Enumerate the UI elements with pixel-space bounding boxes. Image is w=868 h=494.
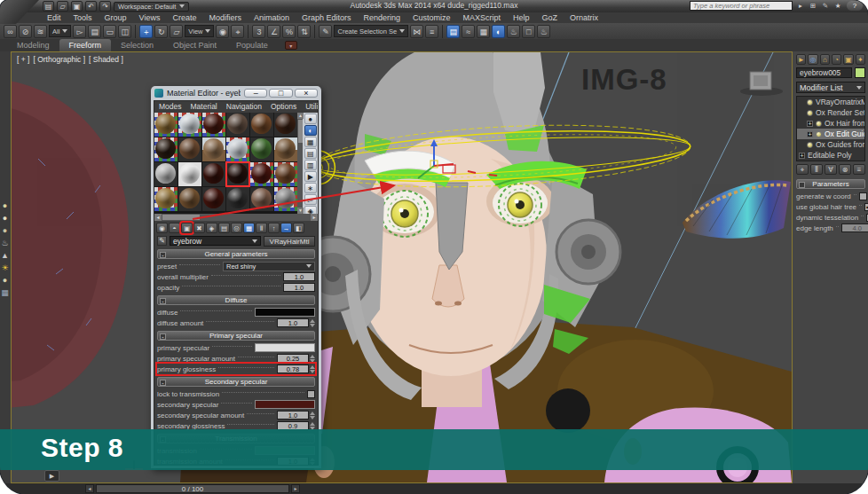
pick-material-from-object-icon[interactable]: ✎ [157,236,167,246]
sign-in-icon[interactable]: ✎ [820,1,831,11]
scroll-down-icon[interactable]: ▼ [297,208,304,214]
rendered-frame-window-icon[interactable]: □ [522,25,535,38]
window-crossing-icon[interactable]: ◫ [118,25,131,38]
sample-sphere3-icon[interactable]: ● [0,226,10,236]
value-field[interactable]: 4.0 [841,223,868,232]
close-button[interactable]: × [295,89,318,98]
video-color-check-icon[interactable]: ▥ [304,160,317,170]
expand-icon[interactable]: + [799,153,805,159]
reset-map-icon[interactable]: ✖ [193,223,205,233]
spinner-buttons[interactable] [310,365,315,373]
mirror-icon[interactable]: ⋈ [410,25,423,38]
put-material-to-scene-icon[interactable]: ◓ [169,223,180,233]
sample-slot[interactable] [274,113,297,137]
color-swatch[interactable] [255,343,315,352]
ribbon-tab-modeling[interactable]: Modeling [7,39,59,51]
go-forward-to-sibling-icon[interactable]: → [280,223,292,233]
visibility-bulb-icon[interactable] [807,110,813,116]
preset-dropdown[interactable]: Red shiny [223,262,315,271]
spin-down-icon[interactable] [310,370,315,373]
show-map-in-viewport-icon[interactable]: ▦ [243,223,255,233]
sample-slot[interactable] [154,187,178,211]
spin-down-icon[interactable] [310,324,315,327]
value-field[interactable]: 1.0 [277,411,309,420]
menu-animation[interactable]: Animation [248,12,296,23]
menu-customize[interactable]: Customize [406,12,457,23]
sample-slot[interactable] [226,137,249,161]
me-menu-material[interactable]: Material [186,101,222,113]
rollout-header[interactable]: -Secondary specular [157,377,315,387]
next-frame-icon[interactable]: ▸ [291,484,300,493]
tab-motion[interactable]: ◔ [832,54,841,65]
visibility-bulb-icon[interactable] [807,99,813,106]
modifier-list-dropdown[interactable]: Modifier List [796,82,865,93]
sample-slot[interactable] [274,137,297,161]
checkbox-checked[interactable]: ✔ [864,203,868,211]
backlight-icon[interactable]: ◐ [304,125,317,136]
sample-slot[interactable] [154,113,178,137]
render-production-icon[interactable]: ♨ [537,25,550,38]
schematic-view-icon[interactable]: ▦ [477,25,490,38]
sample-slot[interactable] [178,113,201,137]
sample-sphere-icon[interactable]: ● [0,201,10,211]
viewport-shading-menu[interactable]: [ Shaded ] [89,55,123,64]
spinner-buttons[interactable] [310,412,315,420]
spin-up-icon[interactable] [310,422,315,426]
stack-item-ox-edit-guides[interactable]: +Ox Edit Guides [797,129,864,139]
collapse-icon[interactable]: - [160,380,166,386]
expand-icon[interactable]: + [807,131,813,137]
visibility-bulb-icon[interactable] [816,121,822,127]
select-and-manipulate-icon[interactable]: ⌖ [231,25,244,38]
options-icon[interactable]: ∗ [304,183,317,193]
sample-slot[interactable] [178,137,201,161]
sample-sun-icon[interactable]: ☀ [0,263,10,273]
menu-ornatrix[interactable]: Ornatrix [564,12,604,23]
sample-slot[interactable] [202,162,225,186]
sample-teapot-icon[interactable]: ♨ [0,239,10,248]
collapse-icon[interactable]: - [160,298,166,304]
new-file-icon[interactable]: ▤ [43,1,54,12]
select-and-move-icon[interactable]: ＋ [139,25,153,38]
sample-slot[interactable] [154,137,178,161]
bind-to-space-warp-icon[interactable]: ≋ [34,25,47,38]
edit-named-selection-sets-icon[interactable]: ✎ [319,25,332,38]
background-icon[interactable]: ▦ [304,137,317,147]
stack-item-editable-poly[interactable]: +Editable Poly [797,150,864,161]
render-setup-icon[interactable]: ♨ [507,25,520,38]
ribbon-tab-populate[interactable]: Populate [226,39,278,51]
stack-item-ox-guides-from-surface[interactable]: Ox Guides from Surface [797,139,864,150]
named-selection-sets-dropdown[interactable]: Create Selection Se [334,25,408,37]
configure-modifier-sets-icon[interactable]: ≡ [853,164,865,175]
menu-group[interactable]: Group [99,12,133,23]
layer-explorer-icon[interactable]: ▤ [446,25,460,38]
selection-filter-dropdown[interactable]: All [49,25,71,37]
value-field[interactable]: 0.78 [277,365,309,373]
select-and-scale-icon[interactable]: ▱ [170,25,183,38]
angle-snap-icon[interactable]: ∠ [267,25,280,38]
favorites-icon[interactable]: ★ [832,1,843,11]
tab-utilities[interactable]: ✦ [856,54,865,65]
tab-display[interactable]: ▣ [843,54,853,65]
stack-item-vrayornatrixmod[interactable]: VRayOrnatrixMod [797,97,864,107]
menu-views[interactable]: Views [133,12,167,23]
tab-modify[interactable]: ◎ [808,54,817,65]
assign-material-to-selection-icon[interactable]: ▣ [181,223,193,233]
sample-slot[interactable] [202,113,225,137]
menu-help[interactable]: Help [507,12,536,23]
snap-toggle-3d-icon[interactable]: 3 [252,25,265,38]
pin-stack-icon[interactable]: ⌖ [796,164,809,175]
visibility-bulb-icon[interactable] [807,142,813,148]
graph-editors-icon[interactable]: ≈ [462,25,475,38]
communication-center-icon[interactable]: ⊞ [808,1,818,11]
open-file-icon[interactable]: ▱ [57,1,68,12]
tab-create[interactable]: ► [796,54,806,65]
tab-hierarchy[interactable]: ⌂ [820,54,830,65]
save-file-icon[interactable]: ▣ [71,1,83,12]
show-end-result-icon[interactable]: Ⅱ [256,223,267,233]
rollout-header[interactable]: -General parameters [157,249,315,259]
spin-down-icon[interactable] [310,359,315,363]
show-end-result-icon[interactable]: Ⅱ [810,164,823,175]
menu-goz[interactable]: GoZ [536,12,564,23]
sample-slot[interactable] [202,187,225,211]
reference-coordinate-dropdown[interactable]: View [185,25,214,37]
